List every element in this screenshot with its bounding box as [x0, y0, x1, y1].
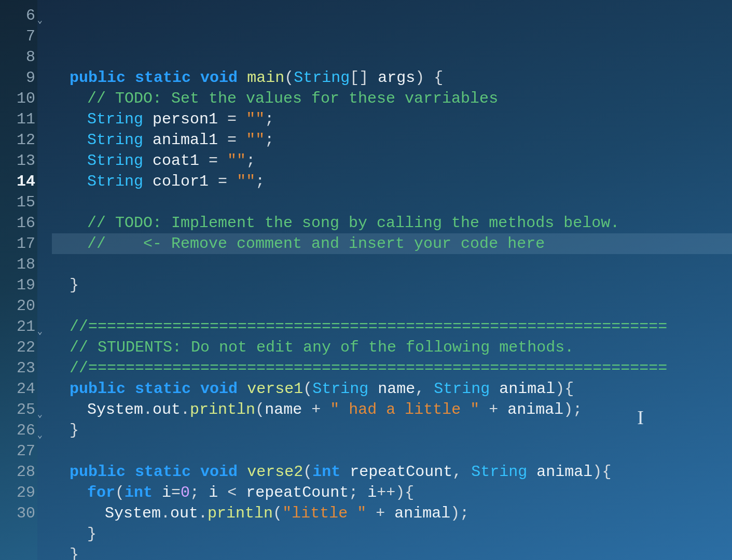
token-id: person1 [153, 110, 218, 128]
token-pn: ; [265, 131, 274, 149]
token-pn: ; [265, 110, 274, 128]
line-number[interactable]: 24 [0, 379, 35, 399]
line-number[interactable]: 22 [0, 337, 35, 358]
line-number[interactable]: 19 [0, 275, 35, 296]
token-tp: String [87, 131, 143, 149]
code-line[interactable]: public static void main(String[] args) { [52, 67, 732, 88]
line-number[interactable]: 8 [0, 47, 35, 67]
line-number[interactable]: 6⌄ [0, 5, 35, 26]
token-op: < [227, 484, 237, 501]
token-pn: . [181, 401, 190, 418]
code-line[interactable] [52, 296, 732, 316]
code-line[interactable]: // TODO: Set the values for these varria… [52, 88, 732, 109]
token-id: repeatCount [246, 484, 349, 501]
token-pn: { [405, 484, 414, 501]
line-number[interactable]: 11 [0, 109, 35, 130]
token-tp: String [294, 69, 350, 87]
token-pn: ( [284, 69, 294, 87]
token-pn: ; [246, 152, 255, 170]
code-line[interactable]: public static void verse1(String name, S… [52, 379, 732, 399]
code-line[interactable]: for(int i=0; i < repeatCount; i++){ [52, 482, 732, 503]
line-number[interactable]: 29 [0, 482, 35, 503]
token-op: ++ [377, 484, 395, 501]
code-line[interactable]: //======================================… [52, 316, 732, 337]
token-pn: . [198, 505, 208, 522]
token-kw: int [125, 484, 153, 501]
token-id: color1 [153, 173, 209, 190]
token-kw: int [312, 463, 340, 481]
code-line[interactable]: // TODO: Implement the song by calling t… [52, 213, 732, 233]
line-number[interactable]: 12 [0, 130, 35, 150]
code-line[interactable]: // <- Remove comment and insert your cod… [52, 233, 732, 254]
code-editor[interactable]: 6⌄789101112131415161718192021⌄22232425⌄2… [0, 0, 732, 560]
token-op: + [376, 505, 385, 522]
line-number[interactable]: 15 [0, 192, 35, 213]
token-st: "little " [282, 505, 366, 522]
token-pn: ) [450, 505, 460, 522]
line-number[interactable]: 7 [0, 26, 35, 47]
line-number[interactable]: 21⌄ [0, 316, 35, 337]
code-line[interactable]: String coat1 = ""; [52, 150, 732, 171]
token-pn: . [143, 401, 153, 418]
token-nm: 0 [181, 484, 190, 501]
line-number[interactable]: 13 [0, 150, 35, 171]
line-number[interactable]: 17 [0, 233, 35, 254]
code-line[interactable]: String person1 = ""; [52, 109, 732, 130]
token-pn: } [70, 546, 79, 560]
line-number[interactable]: 27 [0, 441, 35, 461]
token-kw: static [135, 463, 191, 481]
token-pn: ) [563, 401, 573, 418]
code-line[interactable]: } [52, 524, 732, 544]
token-st: "" [237, 173, 255, 190]
code-line[interactable]: } [52, 420, 732, 441]
token-pn: ) [592, 463, 602, 481]
code-line[interactable]: // STUDENTS: Do not edit any of the foll… [52, 337, 732, 358]
token-pn: } [70, 276, 79, 294]
line-number[interactable]: 28 [0, 461, 35, 482]
token-fn: verse1 [247, 380, 303, 398]
code-line[interactable]: String color1 = ""; [52, 171, 732, 192]
token-pn: , [415, 380, 424, 398]
code-line[interactable]: System.out.println(name + " had a little… [52, 399, 732, 420]
token-fn: main [247, 69, 284, 87]
token-id: coat1 [153, 152, 199, 170]
line-number-gutter[interactable]: 6⌄789101112131415161718192021⌄22232425⌄2… [0, 0, 37, 560]
token-id: animal [499, 380, 555, 398]
code-line[interactable]: System.out.println("little " + animal); [52, 503, 732, 524]
token-kw: static [135, 380, 191, 398]
line-number[interactable]: 30 [0, 503, 35, 524]
token-cm: // STUDENTS: Do not edit any of the foll… [70, 339, 574, 356]
token-kw: void [200, 69, 238, 87]
token-pn: ; [349, 484, 358, 501]
code-line[interactable] [52, 192, 732, 213]
line-number[interactable]: 16 [0, 213, 35, 233]
token-id: repeatCount [350, 463, 452, 481]
line-number[interactable]: 9 [0, 67, 35, 88]
token-kw: static [135, 69, 191, 87]
token-pn: ; [255, 173, 265, 190]
code-line[interactable]: } [52, 544, 732, 560]
code-line[interactable]: public static void verse2(int repeatCoun… [52, 461, 732, 482]
line-number[interactable]: 26⌄ [0, 420, 35, 441]
token-fn: verse2 [247, 463, 303, 481]
line-number[interactable]: 18 [0, 254, 35, 275]
code-line[interactable]: String animal1 = ""; [52, 130, 732, 150]
token-pn: } [70, 422, 79, 439]
token-id: System [87, 401, 143, 418]
line-number[interactable]: 25⌄ [0, 399, 35, 420]
code-line[interactable]: } [52, 275, 732, 296]
line-number[interactable]: 20 [0, 296, 35, 316]
token-tp: String [312, 380, 368, 398]
line-number[interactable]: 14 [0, 171, 35, 192]
token-pn: ) [395, 484, 405, 501]
token-pn: ( [303, 380, 312, 398]
code-line[interactable]: //======================================… [52, 358, 732, 379]
code-line[interactable] [52, 254, 732, 275]
line-number[interactable]: 23 [0, 358, 35, 379]
token-id: animal [536, 463, 592, 481]
code-line[interactable] [52, 441, 732, 461]
line-number[interactable]: 10 [0, 88, 35, 109]
token-kw: public [70, 463, 126, 481]
token-cm: // TODO: Implement the song by calling t… [87, 214, 619, 232]
code-area[interactable]: I public static void main(String[] args)… [37, 0, 732, 560]
